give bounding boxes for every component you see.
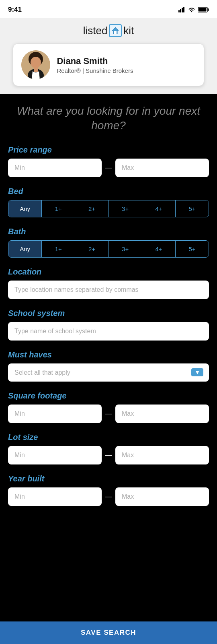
status-time: 9:41 bbox=[8, 6, 22, 14]
bed-option-4[interactable]: 4+ bbox=[142, 200, 176, 217]
svg-rect-6 bbox=[208, 8, 209, 11]
wifi-icon bbox=[188, 7, 195, 12]
battery-icon bbox=[198, 7, 209, 12]
svg-rect-8 bbox=[114, 31, 117, 34]
year-min-input[interactable] bbox=[8, 487, 102, 506]
lot-size-section: Lot size — bbox=[8, 433, 209, 464]
svg-rect-13 bbox=[34, 67, 38, 72]
must-haves-select[interactable]: Select all that apply Garage Pool Baseme… bbox=[8, 363, 209, 382]
signal-icon bbox=[178, 7, 186, 12]
bath-option-3[interactable]: 3+ bbox=[109, 241, 142, 257]
lot-max-input[interactable] bbox=[115, 446, 209, 464]
price-range-section: Price range — bbox=[8, 145, 209, 177]
sqft-max-input[interactable] bbox=[115, 405, 209, 423]
bath-option-4[interactable]: 4+ bbox=[142, 241, 176, 257]
bath-label: Bath bbox=[8, 227, 209, 236]
agent-name: Diana Smith bbox=[57, 56, 133, 66]
school-system-section: School system bbox=[8, 309, 209, 341]
save-button-container: SAVE SEARCH bbox=[0, 621, 217, 644]
bed-label: Bed bbox=[8, 187, 209, 196]
bed-option-5[interactable]: 5+ bbox=[176, 200, 209, 217]
agent-card: Diana Smith Realtor® | Sunshine Brokers bbox=[13, 43, 204, 86]
year-max-input[interactable] bbox=[115, 487, 209, 506]
bed-option-2[interactable]: 2+ bbox=[75, 200, 108, 217]
lot-size-label: Lot size bbox=[8, 433, 209, 442]
bed-section: Bed Any 1+ 2+ 3+ 4+ 5+ bbox=[8, 187, 209, 217]
bed-option-any[interactable]: Any bbox=[8, 200, 42, 217]
must-haves-section: Must haves Select all that apply Garage … bbox=[8, 350, 209, 382]
must-haves-label: Must haves bbox=[8, 350, 209, 359]
svg-point-11 bbox=[31, 57, 41, 68]
bath-option-any[interactable]: Any bbox=[8, 241, 42, 257]
square-footage-label: Square footage bbox=[8, 391, 209, 400]
logo-icon bbox=[109, 24, 122, 37]
bed-options: Any 1+ 2+ 3+ 4+ 5+ bbox=[8, 200, 209, 217]
lot-size-inputs: — bbox=[8, 446, 209, 464]
svg-rect-1 bbox=[180, 9, 181, 12]
must-haves-wrapper: Select all that apply Garage Pool Baseme… bbox=[8, 363, 209, 382]
bath-option-1[interactable]: 1+ bbox=[42, 241, 75, 257]
sqft-min-input[interactable] bbox=[8, 405, 102, 423]
svg-rect-0 bbox=[178, 10, 180, 12]
logo-text-right: kit bbox=[123, 25, 134, 37]
price-range-label: Price range bbox=[8, 145, 209, 155]
lot-separator: — bbox=[105, 451, 112, 459]
bath-option-5[interactable]: 5+ bbox=[176, 241, 209, 257]
location-input[interactable] bbox=[8, 281, 209, 299]
location-label: Location bbox=[8, 267, 209, 277]
save-search-button[interactable]: SAVE SEARCH bbox=[7, 629, 210, 637]
logo: listed kit bbox=[83, 24, 134, 37]
bath-options: Any 1+ 2+ 3+ 4+ 5+ bbox=[8, 240, 209, 258]
logo-text-left: listed bbox=[83, 25, 108, 37]
price-range-inputs: — bbox=[8, 159, 209, 177]
page-question: What are you looking for in your next ho… bbox=[8, 104, 209, 133]
bed-option-3[interactable]: 3+ bbox=[109, 200, 142, 217]
school-system-input[interactable] bbox=[8, 322, 209, 341]
sqft-separator: — bbox=[105, 409, 112, 418]
year-built-inputs: — bbox=[8, 487, 209, 506]
status-icons bbox=[178, 7, 209, 12]
svg-rect-3 bbox=[183, 7, 184, 12]
lot-min-input[interactable] bbox=[8, 446, 102, 464]
agent-title: Realtor® | Sunshine Brokers bbox=[57, 67, 133, 74]
agent-avatar bbox=[21, 50, 50, 79]
price-separator: — bbox=[105, 163, 112, 172]
bed-option-1[interactable]: 1+ bbox=[42, 200, 75, 217]
bath-option-2[interactable]: 2+ bbox=[75, 241, 108, 257]
price-min-input[interactable] bbox=[8, 159, 102, 177]
agent-info: Diana Smith Realtor® | Sunshine Brokers bbox=[57, 56, 133, 74]
year-built-section: Year built — bbox=[8, 474, 209, 506]
header-area: listed kit bbox=[0, 18, 217, 94]
year-separator: — bbox=[105, 492, 112, 501]
main-content: What are you looking for in your next ho… bbox=[0, 94, 217, 556]
price-max-input[interactable] bbox=[115, 159, 209, 177]
square-footage-inputs: — bbox=[8, 405, 209, 423]
svg-rect-2 bbox=[182, 8, 183, 12]
status-bar: 9:41 bbox=[0, 0, 217, 18]
square-footage-section: Square footage — bbox=[8, 391, 209, 423]
year-built-label: Year built bbox=[8, 474, 209, 483]
school-system-label: School system bbox=[8, 309, 209, 318]
svg-rect-5 bbox=[199, 8, 207, 12]
location-section: Location bbox=[8, 267, 209, 299]
bath-section: Bath Any 1+ 2+ 3+ 4+ 5+ bbox=[8, 227, 209, 258]
